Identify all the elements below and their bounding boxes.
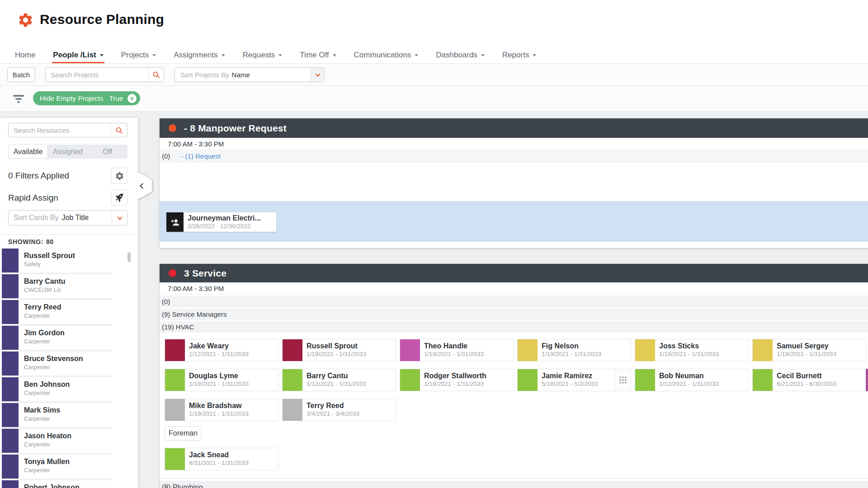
manpower-request-card[interactable]: Journeyman Electri... 2/28/2022 - 12/30/… (166, 212, 276, 232)
divider (0, 235, 138, 235)
assignment-name: Bob Neuman (659, 372, 748, 380)
search-resources-input[interactable] (9, 127, 110, 134)
assignment-card[interactable]: Russell Sprout1/19/2021 - 1/31/2033 (282, 339, 396, 361)
filter-settings-button[interactable] (111, 168, 127, 184)
tab-available[interactable]: Available (8, 145, 48, 159)
filter-bar: Hide Empty Projects True × (0, 86, 868, 112)
request-row[interactable]: (0) - (1) Request (160, 150, 868, 163)
assignment-card[interactable]: Terry Reed3/4/2021 - 3/4/2033 (282, 399, 396, 421)
search-icon[interactable] (110, 123, 127, 137)
chevron-left-icon (140, 183, 146, 189)
resource-name: Bruce Stevenson (24, 355, 83, 362)
resource-color-stripe (2, 429, 19, 453)
resource-card-list: Russell SproutSafety Barry CantuCWCE/JW … (2, 249, 112, 488)
assignment-dates: 1/19/2021 - 1/31/2033 (189, 380, 278, 387)
nav-item-assignments[interactable]: Assignments (173, 47, 226, 63)
project-header[interactable]: 3 Service (160, 264, 868, 282)
nav-item-communications[interactable]: Communications (353, 47, 420, 63)
sidebar-scrollbar[interactable] (127, 252, 131, 262)
search-projects-box (45, 67, 164, 82)
assignment-card[interactable]: Jack Snead8/31/2021 - 1/31/2033 (165, 448, 278, 470)
foreman-group-chip[interactable]: Foreman (165, 426, 202, 441)
project-title: 3 Service (184, 268, 226, 279)
resource-card[interactable]: Tonya MullenCarpenter (2, 455, 112, 479)
resource-card[interactable]: Robert Johnson (2, 480, 112, 488)
nav-item-reports[interactable]: Reports (501, 47, 538, 63)
nav-item-time-off[interactable]: Time Off (299, 47, 337, 63)
chevron-down-icon (533, 54, 536, 56)
assignment-card[interactable]: Rodger Stallworth1/19/2021 - 1/31/2033 (400, 369, 514, 391)
search-projects-input[interactable] (46, 71, 148, 79)
project-title: - 8 Manpower Request (184, 123, 287, 134)
assignment-dates: 1/12/2021 - 1/31/2033 (659, 380, 748, 387)
assignment-card[interactable]: Douglas Lyme1/19/2021 - 1/31/2033 (165, 369, 278, 391)
assignment-card[interactable]: Theo Handle1/19/2021 - 1/31/2033 (400, 339, 514, 361)
project-time-range: 7:00 AM - 3:30 PM (160, 138, 868, 150)
sort-projects-value: Name (232, 71, 250, 79)
resource-card[interactable]: Mark SimsCarpenter (2, 403, 112, 427)
nav-item-people-list[interactable]: People /List (52, 47, 104, 63)
close-icon[interactable]: × (127, 94, 137, 103)
request-link[interactable]: - (1) Request (181, 152, 221, 160)
nav-item-home[interactable]: Home (14, 47, 36, 63)
group-row-service-managers[interactable]: (9) Service Managers (160, 309, 868, 320)
resource-role: Carpenter (24, 415, 60, 422)
resource-card[interactable]: Jason HeatonCarpenter (2, 429, 112, 453)
assignment-color-stripe (283, 369, 302, 391)
assignment-card[interactable]: Joss Sticks1/19/2021 - 1/31/2033 (635, 339, 749, 361)
resource-color-stripe (2, 300, 19, 324)
resource-color-stripe (2, 455, 19, 479)
chevron-down-icon (278, 54, 282, 56)
group-row-plumbing[interactable]: (8) Plumbing (160, 481, 868, 488)
filters-applied-label: 0 Filters Applied (8, 171, 69, 181)
resource-card[interactable]: Russell SproutSafety (2, 249, 112, 272)
drag-handle-icon[interactable] (614, 369, 631, 391)
assignment-card[interactable]: Fig Nelson1/19/2021 - 1/31/2033 (517, 339, 631, 361)
sidebar-collapse-toggle[interactable] (137, 172, 152, 199)
resource-card[interactable]: Jim GordonCarpenter (2, 326, 112, 350)
assignment-dates: 1/19/2021 - 1/31/2033 (189, 410, 278, 417)
resource-card[interactable]: Bruce StevensonCarpenter (2, 352, 112, 375)
assignment-card[interactable]: Bob Neuman1/12/2021 - 1/31/2033 (635, 369, 749, 391)
assignment-card[interactable]: Mike Bradshaw1/19/2021 - 1/31/2033 (165, 399, 278, 421)
resource-role: Carpenter (24, 338, 65, 345)
resource-color-stripe (2, 377, 19, 401)
project-toolbar: Batch Sort Projects By Name (0, 64, 868, 86)
group-row-unassigned[interactable]: (0) (160, 296, 868, 307)
assignment-card[interactable]: Jake Weary1/12/2021 - 1/31/2033 (165, 339, 278, 361)
filter-icon[interactable] (13, 95, 24, 104)
assignment-card[interactable]: Samuel Sergey1/19/2021 - 1/31/2033 (752, 339, 866, 361)
resource-card[interactable]: Barry CantuCWCE/JW Lic (2, 274, 112, 298)
assignment-dates: 6/21/2021 - 6/30/2033 (777, 380, 866, 387)
assignment-card[interactable]: Cecil Burnett6/21/2021 - 6/30/2033 (752, 369, 866, 391)
resource-color-stripe (2, 274, 19, 298)
group-row-hvac[interactable]: (19) HVAC (160, 321, 868, 333)
resource-role: Safety (24, 261, 75, 267)
filter-chip-label: Hide Empty Projects (40, 94, 103, 103)
batch-button[interactable]: Batch (7, 67, 35, 82)
nav-item-requests[interactable]: Requests (242, 47, 283, 63)
assignment-color-stripe (400, 339, 420, 361)
tab-assigned[interactable]: Assigned (48, 145, 88, 159)
project-header[interactable]: - 8 Manpower Request (160, 118, 868, 138)
search-icon[interactable] (148, 68, 164, 82)
sort-cards-select[interactable]: Sort Cards By Job Title (8, 210, 127, 225)
resource-card[interactable]: Terry ReedCarpenter (2, 300, 112, 324)
assignment-card[interactable]: Barry Cantu1/12/2021 - 1/31/2033 (282, 369, 396, 391)
resource-card[interactable]: Ben JohnsonCarpenter (2, 377, 112, 401)
assignment-color-stripe (165, 399, 185, 421)
nav-item-projects[interactable]: Projects (120, 47, 157, 63)
chevron-down-icon[interactable] (112, 211, 127, 225)
top-header: Resource Planning (0, 0, 868, 47)
resource-color-stripe (2, 480, 19, 488)
chevron-down-icon[interactable] (311, 68, 324, 82)
assignment-dates: 1/19/2021 - 1/31/2033 (424, 351, 513, 357)
assignment-card[interactable]: Jamie Ramirez5/18/2021 - 5/2/2033 (517, 369, 631, 391)
sort-projects-select[interactable]: Sort Projects By Name (175, 67, 325, 82)
rapid-assign-button[interactable] (111, 189, 127, 206)
nav-item-dashboards[interactable]: Dashboards (435, 47, 486, 63)
assignment-dates: 8/31/2021 - 1/31/2033 (189, 460, 278, 466)
chevron-down-icon (481, 54, 485, 56)
resource-color-stripe (2, 326, 19, 350)
tab-off[interactable]: Off (88, 145, 127, 159)
